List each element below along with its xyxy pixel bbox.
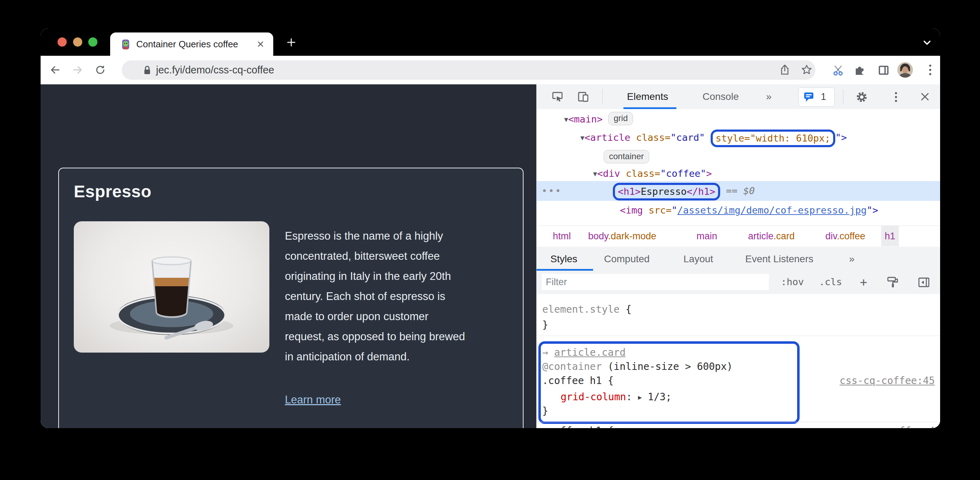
styles-pane: element.style { } → article.card @contai… [536,294,940,428]
paragraph-line: in anticipation of demand. [285,346,514,367]
paragraph-line: century. Each shot of espresso is [285,286,514,306]
url-text: jec.fyi/demo/css-cq-coffee [156,60,274,80]
element-style-close: } [542,318,548,332]
window-content: Espresso [41,84,940,428]
issues-count: 1 [821,88,826,105]
tab-favicon-icon [120,39,131,51]
container-badge[interactable]: container [604,150,649,164]
rule-declaration[interactable]: grid-column: ▶ 1/3; [561,390,671,404]
device-toolbar-icon[interactable] [577,91,590,105]
close-devtools-icon[interactable] [919,91,931,105]
browser-tab[interactable]: Container Queries coffee [110,32,273,56]
espresso-card: Espresso [58,168,523,428]
browser-toolbar: jec.fyi/demo/css-cq-coffee [41,56,940,85]
twisty-icon[interactable]: ▼ [593,170,597,178]
value-expander-icon[interactable]: ▶ [638,394,642,401]
next-rule-source-clipped: css-cq-coffee:4 [845,424,935,428]
img-src-link[interactable]: /assets/img/demo/cof-espresso.jpg [678,205,867,216]
paragraph-line: originating in Italy in the early 20th [285,266,514,286]
lock-icon [141,64,153,78]
rule-divider [536,335,940,336]
element-style-selector[interactable]: element.style { [542,302,632,316]
crumb-body[interactable]: body.dark-mode [588,226,656,246]
issues-icon [803,91,815,104]
back-icon[interactable] [49,64,61,78]
screenshot-canvas: Container Queries coffee [0,0,980,480]
breadcrumb: html body.dark-mode main article.card di… [536,226,940,247]
rule-selector[interactable]: .coffee h1 { [542,374,614,388]
toggle-class-button[interactable]: .cls [819,271,842,293]
tab-computed[interactable]: Computed [604,247,649,271]
next-rule-selector-clipped: .coffee h1 { [542,424,614,428]
toolbar-divider [602,89,603,104]
reload-icon[interactable] [94,64,107,78]
paragraph-line: made to order upon customer [285,306,514,326]
twisty-icon[interactable]: ▼ [581,134,584,141]
toggle-hover-button[interactable]: :hov [781,271,804,293]
devtools-toolbar: Elements Console » 1 [536,84,940,110]
styles-tab-bar: Styles Computed Layout Event Listeners » [536,247,940,271]
tab-console[interactable]: Console [703,84,739,109]
dom-row-div-coffee[interactable]: ▼<div class="coffee"> [536,165,940,183]
traffic-light-minimize[interactable] [73,37,82,46]
new-tab-button[interactable] [285,36,298,50]
tab-layout[interactable]: Layout [684,247,713,271]
dom-row-main[interactable]: ▼<main> grid [536,110,940,128]
espresso-photo [74,221,269,353]
side-panel-icon[interactable] [877,64,890,78]
crumb-div[interactable]: div.coffee [826,226,865,246]
tab-close-icon[interactable] [256,40,265,50]
rule-source-link[interactable]: css-cq-coffee:45 [840,374,935,388]
inspect-element-icon[interactable] [551,91,564,105]
paint-format-icon[interactable] [886,276,899,291]
traffic-light-close[interactable] [57,37,67,46]
crumb-main[interactable]: main [697,226,718,246]
profile-avatar[interactable] [897,62,913,79]
card-heading: Espresso [74,182,151,201]
bookmark-star-icon[interactable] [800,64,813,78]
share-icon[interactable] [778,64,791,78]
tab-styles[interactable]: Styles [550,247,577,271]
new-style-rule-button[interactable]: + [860,271,867,293]
forward-icon[interactable] [71,64,84,78]
crumb-article[interactable]: article.card [748,226,795,246]
dom-row-article[interactable]: ▼<article class="card" style="width: 610… [536,129,940,146]
devtools-menu-icon[interactable] [889,91,902,105]
demo-page: Espresso [41,84,536,428]
dom-row-img[interactable]: <img src="/assets/img/demo/cof-espresso.… [536,202,940,219]
rule-ancestor-link[interactable]: → article.card [542,345,625,360]
more-style-tabs-chevron[interactable]: » [849,247,855,271]
tab-title: Container Queries coffee [136,32,238,56]
browser-window: Container Queries coffee [41,28,940,428]
issues-button[interactable]: 1 [799,87,835,106]
devtools-panel: Elements Console » 1 [536,84,940,428]
styles-filter-input[interactable] [541,274,769,290]
rule-divider [536,422,940,422]
dom-row-h1-selected[interactable]: •••<h1>Espresso</h1> == $0 [536,181,940,201]
h1-node-highlight: <h1>Espresso</h1> [613,183,720,200]
dom-row-container-badge: container [536,149,940,166]
twisty-icon[interactable]: ▼ [564,115,568,123]
dom-row-gutter-dots[interactable]: ••• [541,181,562,201]
style-attr-highlight: style="width: 610px; [711,130,835,147]
scissors-extension-icon[interactable] [831,64,845,78]
settings-gear-icon[interactable] [855,91,869,105]
rule-close: } [542,404,548,418]
dom-tree: ▼<main> grid ▼<article class="card" styl… [536,109,940,226]
paragraph-line: request, as opposed to being brewed [285,326,514,346]
tab-event-listeners[interactable]: Event Listeners [745,247,813,271]
more-panels-chevron[interactable]: » [766,84,772,109]
container-query-condition: @container (inline-size > 600px) [542,360,733,374]
tab-elements[interactable]: Elements [627,84,668,109]
chevron-down-icon[interactable] [920,39,934,49]
crumb-html[interactable]: html [553,226,571,246]
styles-filter-bar: :hov .cls + [536,271,940,294]
crumb-h1-selected[interactable]: h1 [881,226,899,246]
traffic-light-zoom[interactable] [88,37,97,46]
browser-menu-icon[interactable] [924,63,937,78]
paragraph-line: Espresso is the name of a highly [285,226,514,246]
grid-badge[interactable]: grid [608,112,633,125]
learn-more-link[interactable]: Learn more [285,394,341,406]
sidebar-toggle-icon[interactable] [917,276,931,291]
extensions-puzzle-icon[interactable] [853,64,866,78]
